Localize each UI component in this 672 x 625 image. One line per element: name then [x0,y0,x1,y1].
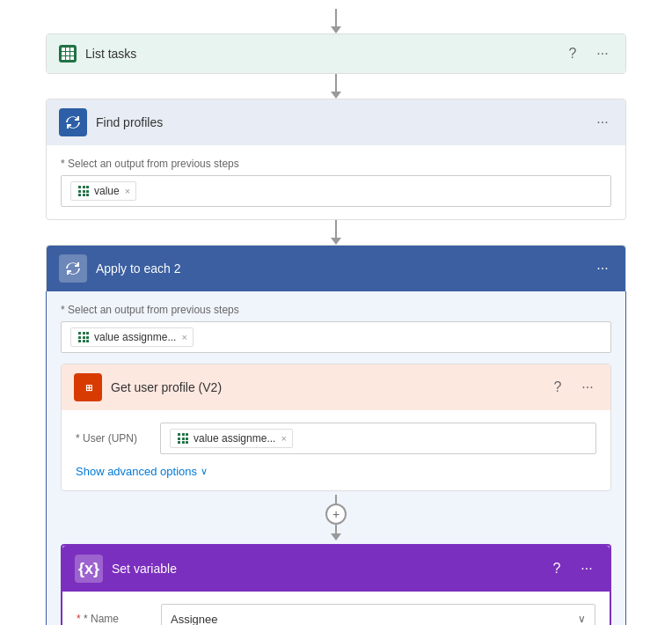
apply-each-token: value assignme... × [70,327,194,347]
loop-icon-2 [65,261,81,276]
arrow-line-3 [335,220,337,238]
apply-to-each-more-button[interactable]: ··· [592,258,613,279]
user-upn-token-input[interactable]: value assignme... × [160,423,596,454]
user-upn-token-icon [176,431,190,445]
apply-to-each-wrapper: Apply to each 2 ··· * Select an output f… [46,245,626,625]
token-grid-icon [78,186,89,196]
more-icon-3: ··· [596,261,608,276]
user-upn-label: * User (UPN) [76,432,146,445]
apply-to-each-icon [59,254,87,283]
list-tasks-icon [59,45,77,62]
apply-to-each-inner: * Select an output from previous steps v… [46,291,626,625]
apply-each-field: * Select an output from previous steps v… [61,304,611,353]
apply-each-token-input[interactable]: value assignme... × [61,321,611,353]
more-icon-4: ··· [581,379,593,395]
find-profiles-card: Find profiles ··· * Select an output fro… [46,99,626,220]
flow-container: List tasks ? ··· Find profiles ··· [0,0,672,625]
find-profiles-title: Find profiles [96,115,583,129]
get-user-body: * User (UPN) [62,410,610,490]
office-logo: ⊞ [85,383,91,393]
get-user-help-button[interactable]: ? [547,377,568,398]
apply-each-token-close[interactable]: × [181,332,186,342]
connector-top [331,9,341,33]
show-advanced-button[interactable]: Show advanced options ∨ [76,465,208,478]
show-advanced-label: Show advanced options [76,465,197,478]
apply-to-each-header: Apply to each 2 ··· [47,246,625,291]
user-upn-token: value assignme... × [170,429,293,448]
add-arrow-line-bottom [335,525,337,533]
name-value: Assignee [171,613,217,626]
loop-icon [65,114,81,130]
apply-each-token-icon [77,330,91,344]
get-user-icon: ⊞ [74,373,102,401]
name-dropdown[interactable]: Assignee ∨ [161,604,595,625]
find-profiles-icon [59,108,87,136]
set-variable-header: {x} Set variable ? ··· [62,546,610,592]
find-profiles-body: * Select an output from previous steps v… [47,145,625,219]
set-variable-more-button[interactable]: ··· [576,558,597,579]
token-close-btn[interactable]: × [125,186,130,196]
name-field-control: Assignee ∨ [161,604,595,625]
apply-each-field-label: * Select an output from previous steps [61,304,611,316]
apply-to-each-actions: ··· [592,258,613,279]
get-user-actions: ? ··· [547,377,598,398]
set-variable-title: Set variable [112,562,537,576]
set-variable-icon: {x} [75,555,103,583]
set-variable-actions: ? ··· [546,558,597,579]
apply-to-each-title: Apply to each 2 [96,261,583,276]
name-chevron-icon: ∨ [578,613,586,625]
set-variable-card: {x} Set variable ? ··· [61,544,611,625]
user-upn-control: value assignme... × [160,423,596,454]
more-icon-5: ··· [581,561,592,577]
arrow-line [335,9,337,26]
get-user-title: Get user profile (V2) [111,380,538,394]
user-upn-token-text: value assignme... [194,432,275,445]
find-profiles-token-input[interactable]: value × [61,175,611,207]
add-step-button[interactable]: + [325,504,347,525]
help-icon: ? [554,379,562,395]
get-user-more-button[interactable]: ··· [577,377,598,398]
add-connector: + [325,495,347,540]
list-tasks-actions: ? ··· [562,43,613,64]
get-user-profile-card: ⊞ Get user profile (V2) ? ··· * User [61,364,611,491]
connector-2 [331,74,341,99]
user-upn-token-close[interactable]: × [281,433,286,444]
find-profiles-token: value × [70,181,136,201]
name-field-label: * * Name [77,613,147,625]
arrow-head [331,26,341,33]
find-profiles-field-label: * Select an output from previous steps [61,158,611,170]
get-user-header: ⊞ Get user profile (V2) ? ··· [62,364,610,410]
name-field-row: * * Name Assignee ∨ [77,604,595,625]
set-variable-body: * * Name Assignee ∨ * [62,592,610,625]
arrow-line-2 [335,74,337,92]
apply-each-grid-icon [78,332,89,342]
user-upn-row: * User (UPN) [76,423,596,454]
list-tasks-help-button[interactable]: ? [562,43,583,64]
add-arrow-head [331,533,341,540]
list-tasks-header: List tasks ? ··· [47,34,625,73]
help-icon-2: ? [553,561,561,577]
more-icon-2: ··· [596,114,608,130]
token-text: value [94,185,120,197]
apply-each-token-text: value assignme... [94,331,176,343]
find-profiles-more-button[interactable]: ··· [592,112,613,133]
name-label-text: * Name [84,613,119,625]
token-planner-icon [77,184,91,198]
name-required: * [77,613,81,625]
find-profiles-header: Find profiles ··· [47,99,625,145]
list-tasks-card: List tasks ? ··· [46,33,626,74]
add-arrow-line-top [335,495,337,504]
connector-3 [331,220,341,245]
chevron-down-icon: ∨ [201,466,208,477]
list-tasks-more-button[interactable]: ··· [592,43,613,64]
set-variable-help-button[interactable]: ? [546,558,567,579]
find-profiles-actions: ··· [592,112,613,133]
list-tasks-title: List tasks [85,47,553,61]
planner-grid-icon [62,48,74,60]
apply-to-each-card: Apply to each 2 ··· [46,245,626,291]
arrow-head-2 [331,92,341,99]
user-upn-grid-icon [178,433,188,444]
variable-icon-symbol: {x} [78,560,99,578]
arrow-head-3 [331,238,341,245]
more-icon: ··· [596,46,608,62]
